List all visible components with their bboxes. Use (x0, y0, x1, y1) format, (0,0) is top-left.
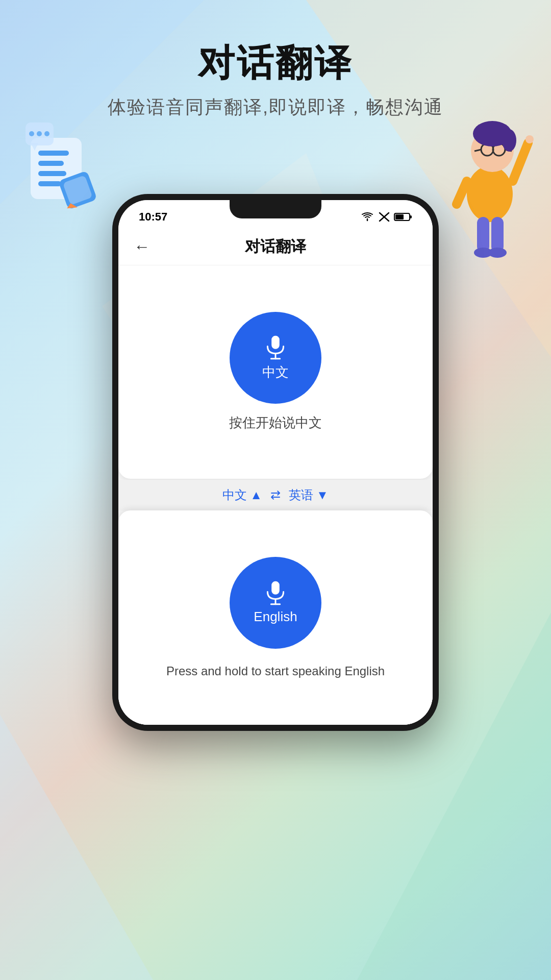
svg-point-15 (37, 131, 42, 136)
svg-marker-3 (0, 715, 153, 980)
svg-rect-30 (477, 217, 489, 253)
svg-rect-7 (38, 161, 64, 166)
mic-label-english: English (254, 609, 297, 625)
page-title: 对话翻译 (0, 41, 551, 85)
mic-label-chinese: 中文 (262, 363, 289, 381)
svg-point-26 (502, 129, 516, 152)
phone-notch (230, 200, 321, 218)
phone-content: 中文 按住开始说中文 中文 ▲ ⇄ 英语 ▼ (118, 265, 433, 725)
lang-left-button[interactable]: 中文 ▲ (222, 487, 262, 503)
mic-button-chinese[interactable]: 中文 (230, 312, 321, 404)
arrow-left-icon: ▲ (250, 488, 262, 502)
mic-icon-chinese (262, 335, 289, 361)
svg-point-14 (29, 131, 34, 136)
svg-line-29 (457, 181, 467, 204)
battery-icon (394, 212, 412, 222)
signal-icon (379, 212, 390, 222)
nav-title: 对话翻译 (245, 236, 306, 257)
panel-hint-english: Press and hold to start speaking English (166, 664, 385, 678)
svg-rect-31 (491, 217, 504, 253)
phone-frame: 10:57 (112, 194, 439, 731)
svg-rect-9 (38, 181, 61, 186)
panel-english: English Press and hold to start speaking… (118, 510, 433, 725)
panel-chinese: 中文 按住开始说中文 (118, 265, 433, 479)
lang-left-label: 中文 (222, 487, 247, 503)
back-button[interactable]: ← (134, 237, 150, 256)
svg-rect-42 (271, 581, 280, 595)
svg-rect-38 (395, 214, 404, 219)
svg-point-28 (525, 135, 534, 143)
status-icons (360, 212, 412, 222)
svg-line-27 (513, 143, 528, 181)
svg-rect-39 (271, 335, 280, 349)
nav-bar: ← 对话翻译 (118, 229, 433, 265)
mic-button-english[interactable]: English (230, 557, 321, 649)
svg-point-16 (44, 131, 49, 136)
svg-rect-8 (38, 171, 66, 176)
svg-point-18 (467, 166, 513, 222)
svg-rect-37 (410, 215, 412, 218)
panel-hint-chinese: 按住开始说中文 (229, 414, 322, 432)
deco-character (439, 102, 541, 265)
lang-switcher: 中文 ▲ ⇄ 英语 ▼ (118, 480, 433, 510)
phone-mockup: 10:57 (112, 194, 439, 731)
lang-swap-button[interactable]: ⇄ (270, 488, 281, 502)
lang-right-label: 英语 (289, 487, 313, 503)
lang-right-button[interactable]: 英语 ▼ (289, 487, 329, 503)
svg-rect-6 (38, 151, 69, 156)
wifi-icon (360, 212, 374, 222)
status-time: 10:57 (139, 210, 167, 224)
svg-point-33 (488, 248, 507, 258)
deco-chat-icon (26, 122, 107, 222)
phone-inner: 10:57 (118, 200, 433, 725)
mic-icon-english (262, 580, 289, 607)
arrow-right-icon: ▼ (316, 488, 329, 502)
